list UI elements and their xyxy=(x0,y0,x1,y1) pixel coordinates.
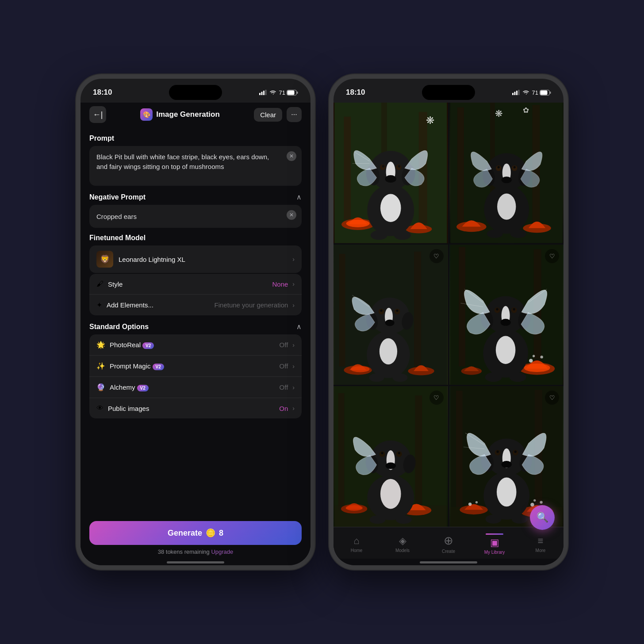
scroll-content[interactable]: Prompt Black Pit bull with white face st… xyxy=(80,128,310,516)
svg-point-120 xyxy=(386,463,396,469)
svg-point-70 xyxy=(380,309,382,311)
search-fab-button[interactable]: 🔍 xyxy=(530,505,555,530)
photoreal-icon: 🌟 xyxy=(96,341,105,349)
right-battery-icon xyxy=(540,90,551,96)
svg-rect-60 xyxy=(414,252,421,369)
signal-icon xyxy=(259,90,267,95)
grid-cell-3[interactable]: ♡ xyxy=(334,245,448,385)
svg-point-44 xyxy=(497,193,516,219)
prompt-magic-chevron: › xyxy=(292,363,295,370)
grid-cell-1[interactable]: ❋ xyxy=(334,103,448,243)
finetuned-model-label: Finetuned Model xyxy=(89,234,302,242)
more-icon: ≡ xyxy=(538,535,544,547)
more-button[interactable]: ··· xyxy=(287,107,302,122)
svg-point-94 xyxy=(513,308,515,310)
svg-rect-7 xyxy=(512,93,514,95)
app-icon: 🎨 xyxy=(140,108,153,121)
left-screen: ←| 🎨 Image Generation Clear ··· Prompt B… xyxy=(80,103,310,565)
back-button[interactable]: ←| xyxy=(89,106,106,123)
elements-value: Finetune your generation xyxy=(215,301,288,309)
svg-rect-15 xyxy=(344,117,351,220)
svg-rect-9 xyxy=(516,91,518,95)
tab-home[interactable]: ⌂ Home xyxy=(334,531,380,557)
svg-point-34 xyxy=(371,230,387,240)
generate-token-count: 8 xyxy=(219,529,223,538)
heart-button-5[interactable]: ♡ xyxy=(429,391,444,405)
svg-point-62 xyxy=(351,366,369,372)
heart-button-3[interactable]: ♡ xyxy=(429,249,444,263)
prompt-magic-badge: V2 xyxy=(153,364,164,370)
dog-image-5 xyxy=(334,386,448,527)
prompt-magic-row[interactable]: ✨ Prompt MagicV2 Off › xyxy=(89,355,302,376)
model-thumbnail: 🦁 xyxy=(96,251,113,268)
svg-point-141 xyxy=(514,451,516,453)
add-elements-label: Add Elements... xyxy=(107,301,210,309)
svg-rect-124 xyxy=(456,391,462,510)
tab-library-label: My Library xyxy=(484,550,505,555)
prompt-text: Black Pit bull with white face stripe, b… xyxy=(96,152,295,172)
elements-icon: ✦ xyxy=(96,301,102,309)
tab-create[interactable]: ⊕ Create xyxy=(426,531,472,557)
photoreal-chevron: › xyxy=(292,341,295,349)
battery-level: 71 xyxy=(279,89,285,96)
public-images-row[interactable]: 👁 Public images On › xyxy=(89,398,302,418)
svg-point-53 xyxy=(501,176,511,183)
svg-point-147 xyxy=(485,515,501,524)
nav-actions: Clear ··· xyxy=(254,107,302,122)
active-bar xyxy=(486,533,503,535)
svg-point-132 xyxy=(540,501,542,504)
add-elements-row[interactable]: ✦ Add Elements... Finetune your generati… xyxy=(89,294,302,315)
prompt-magic-label: Prompt MagicV2 xyxy=(110,362,275,370)
svg-point-93 xyxy=(496,308,498,310)
svg-point-97 xyxy=(500,318,510,326)
prompt-magic-value: Off xyxy=(280,362,288,370)
svg-rect-59 xyxy=(339,254,345,366)
svg-point-65 xyxy=(380,338,397,364)
svg-point-57 xyxy=(510,230,526,238)
model-name: Leonardo Lightning XL xyxy=(119,256,287,263)
grid-cell-2[interactable]: ❋ ✿ xyxy=(449,103,564,243)
home-indicator xyxy=(167,561,224,564)
heart-button-4[interactable]: ♡ xyxy=(545,249,559,263)
alchemy-value: Off xyxy=(280,383,288,391)
style-chevron: › xyxy=(292,280,295,288)
public-images-chevron: › xyxy=(292,405,295,412)
tab-more[interactable]: ≡ More xyxy=(518,531,564,557)
svg-point-19 xyxy=(346,220,370,227)
negative-prompt-collapse-icon[interactable]: ∧ xyxy=(296,193,302,201)
alchemy-icon: 🔮 xyxy=(96,383,105,391)
page-title: 🎨 Image Generation xyxy=(140,108,220,121)
models-icon: ◈ xyxy=(399,535,406,547)
svg-point-71 xyxy=(396,309,398,311)
negative-prompt-input[interactable]: Cropped ears ✕ xyxy=(89,205,302,228)
negative-prompt-clear[interactable]: ✕ xyxy=(287,210,296,220)
generate-button[interactable]: Generate 🪙 8 xyxy=(89,521,302,545)
standard-options-collapse[interactable]: ∧ xyxy=(296,322,302,331)
tab-bar: ⌂ Home ◈ Models ⊕ Create ▣ My Library ≡ … xyxy=(334,527,564,559)
generate-token-icon: 🪙 xyxy=(206,528,215,538)
grid-cell-4[interactable]: ♡ xyxy=(449,245,564,385)
clear-button[interactable]: Clear xyxy=(254,108,282,122)
svg-point-133 xyxy=(533,499,536,502)
prompt-clear-button[interactable]: ✕ xyxy=(287,151,296,161)
model-selector-row[interactable]: 🦁 Leonardo Lightning XL › xyxy=(89,245,302,273)
prompt-magic-icon: ✨ xyxy=(96,362,105,370)
grid-cell-5[interactable]: ♡ xyxy=(334,386,448,527)
svg-point-148 xyxy=(511,515,527,524)
public-images-value: On xyxy=(279,405,288,412)
svg-rect-5 xyxy=(288,90,295,95)
right-status-icons: 71 xyxy=(512,89,551,96)
svg-point-128 xyxy=(468,502,471,506)
right-screen: ❋ xyxy=(334,103,564,565)
tab-my-library[interactable]: ▣ My Library xyxy=(472,531,518,557)
prompt-input-box[interactable]: Black Pit bull with white face stripe, b… xyxy=(89,146,302,186)
image-grid: ❋ xyxy=(334,103,564,527)
photoreal-row[interactable]: 🌟 PhotoRealV2 Off › xyxy=(89,334,302,355)
svg-point-129 xyxy=(475,501,477,503)
alchemy-row[interactable]: 🔮 AlchemyV2 Off › xyxy=(89,376,302,398)
nav-bar: ←| 🎨 Image Generation Clear ··· xyxy=(80,103,310,128)
style-row[interactable]: 🖌 Style None › xyxy=(89,274,302,294)
status-time: 18:10 xyxy=(93,88,112,97)
upgrade-link[interactable]: Upgrade xyxy=(211,548,233,555)
tab-models[interactable]: ◈ Models xyxy=(380,531,426,557)
